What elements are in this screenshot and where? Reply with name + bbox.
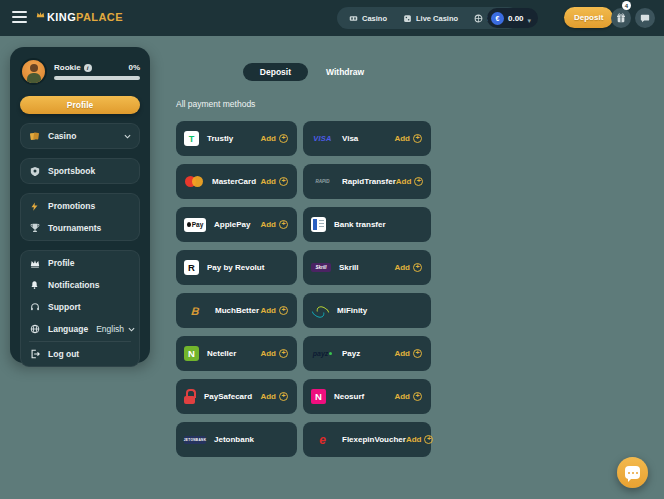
plus-circle-icon (413, 263, 422, 272)
sidebar-item-tournaments[interactable]: Tournaments (21, 217, 139, 239)
tab-deposit[interactable]: Deposit (243, 63, 308, 81)
divider (29, 341, 131, 342)
payment-method-card[interactable]: N Neosurf Add (303, 379, 431, 414)
sidebar-item-logout[interactable]: Log out (21, 343, 139, 365)
add-payment-button[interactable]: Add (394, 134, 422, 143)
logo[interactable]: KINGPALACE (36, 11, 123, 23)
payment-methods-grid: T Trustly Add VISA Visa Add MasterCard (176, 121, 431, 457)
profile-button[interactable]: Profile (20, 96, 140, 114)
headset-icon (29, 302, 40, 312)
trustly-icon: T (184, 131, 199, 146)
nav-group-sportsbook: Sportsbook (20, 158, 140, 184)
add-payment-button[interactable]: Add (260, 392, 288, 401)
payment-method-card[interactable]: JETONBANK Jetonbank Add (176, 422, 297, 457)
add-payment-button[interactable]: Add (394, 263, 422, 272)
sidebar-item-sportsbook[interactable]: Sportsbook (21, 160, 139, 182)
payment-method-name: Neosurf (334, 392, 364, 401)
add-label: Add (406, 435, 422, 444)
crown-icon (29, 259, 40, 268)
plus-circle-icon (413, 134, 422, 143)
add-payment-button[interactable]: Add (260, 220, 288, 229)
sidebar-item-casino[interactable]: Casino (21, 125, 139, 147)
tab-withdraw[interactable]: Withdraw (326, 67, 364, 77)
deposit-button[interactable]: Deposit (564, 7, 613, 28)
payment-method-name: FlexepinVoucher (342, 435, 406, 444)
add-payment-button[interactable]: Add (260, 177, 288, 186)
wallet-tabs: Deposit Withdraw (176, 63, 431, 81)
payment-method-name: Skrill (339, 263, 359, 272)
nav-live-casino[interactable]: Live Casino (403, 14, 458, 23)
add-label: Add (394, 134, 410, 143)
payment-method-card[interactable]: PaySafecard Add (176, 379, 297, 414)
payment-method-card[interactable]: MasterCard Add (176, 164, 297, 199)
plus-circle-icon (279, 177, 288, 186)
add-payment-button[interactable]: Add (396, 177, 424, 186)
neosurf-icon: N (311, 389, 326, 404)
menu-icon[interactable] (12, 11, 27, 24)
jetonbank-icon: JETONBANK (184, 436, 206, 444)
payment-method-name: MiFinity (337, 306, 367, 315)
lightning-icon (29, 201, 40, 212)
add-payment-button[interactable]: Add (394, 349, 422, 358)
payment-method-card[interactable]: R Pay by Revolut Add (176, 250, 297, 285)
crown-icon (36, 16, 45, 18)
trophy-icon (29, 223, 40, 233)
payment-method-card[interactable]: e FlexepinVoucher Add (303, 422, 431, 457)
payment-method-card[interactable]: Bank transfer Add (303, 207, 431, 242)
add-payment-button[interactable]: Add (260, 134, 288, 143)
live-chat-button[interactable] (617, 457, 648, 488)
ball-icon (474, 14, 483, 23)
messages-button[interactable] (635, 8, 655, 28)
add-label: Add (260, 134, 276, 143)
payment-method-card[interactable]: MiFinity Add (303, 293, 431, 328)
globe-icon (29, 324, 40, 334)
payment-method-card[interactable]: Skrill Skrill Add (303, 250, 431, 285)
plus-circle-icon (414, 177, 423, 186)
payment-method-card[interactable]: T Trustly Add (176, 121, 297, 156)
banktransfer-icon (311, 217, 326, 232)
add-payment-button[interactable]: Add (260, 306, 288, 315)
add-payment-button[interactable]: Add (260, 349, 288, 358)
payment-method-card[interactable]: payz Payz Add (303, 336, 431, 371)
sidebar-item-support[interactable]: Support (21, 296, 139, 318)
add-payment-button[interactable]: Add (406, 435, 434, 444)
nav-group-account: Profile Notifications Support Language E… (20, 250, 140, 367)
rewards-badge: 4 (622, 1, 631, 10)
plus-circle-icon (279, 220, 288, 229)
bell-icon (29, 280, 40, 290)
chevron-down-icon (528, 9, 532, 27)
sidebar-item-language[interactable]: Language English (21, 318, 139, 340)
payment-method-card[interactable]: VISA Visa Add (303, 121, 431, 156)
nav-casino[interactable]: Casino (349, 14, 387, 23)
sidebar-item-profile[interactable]: Profile (21, 252, 139, 274)
sidebar-item-notifications[interactable]: Notifications (21, 274, 139, 296)
payment-method-name: MasterCard (212, 177, 256, 186)
payment-method-name: Neteller (207, 349, 236, 358)
add-label: Add (394, 349, 410, 358)
gift-icon (616, 13, 626, 23)
add-label: Add (396, 177, 412, 186)
payment-method-name: Bank transfer (334, 220, 386, 229)
chevron-down-icon (124, 134, 131, 139)
info-icon[interactable]: i (84, 64, 92, 72)
add-label: Add (260, 349, 276, 358)
add-label: Add (394, 263, 410, 272)
balance-selector[interactable]: € 0.00 (487, 8, 538, 28)
sidebar-item-promotions[interactable]: Promotions (21, 195, 139, 217)
payment-method-card[interactable]: RAPID RapidTransfer Add (303, 164, 431, 199)
plus-circle-icon (424, 435, 433, 444)
slots-icon (349, 14, 358, 23)
plus-circle-icon (279, 306, 288, 315)
rewards-button[interactable] (611, 8, 631, 28)
add-payment-button[interactable]: Add (394, 392, 422, 401)
payment-method-name: RapidTransfer (342, 177, 396, 186)
avatar (20, 58, 47, 85)
chat-bubble-icon (625, 466, 640, 479)
section-title: All payment methods (176, 99, 431, 109)
plus-circle-icon (413, 349, 422, 358)
payment-method-card[interactable]: N Neteller Add (176, 336, 297, 371)
flexepin-icon: e (311, 433, 334, 447)
payment-method-card[interactable]: B MuchBetter Add (176, 293, 297, 328)
mifinity-icon (311, 305, 329, 317)
payment-method-card[interactable]: Pay ApplePay Add (176, 207, 297, 242)
